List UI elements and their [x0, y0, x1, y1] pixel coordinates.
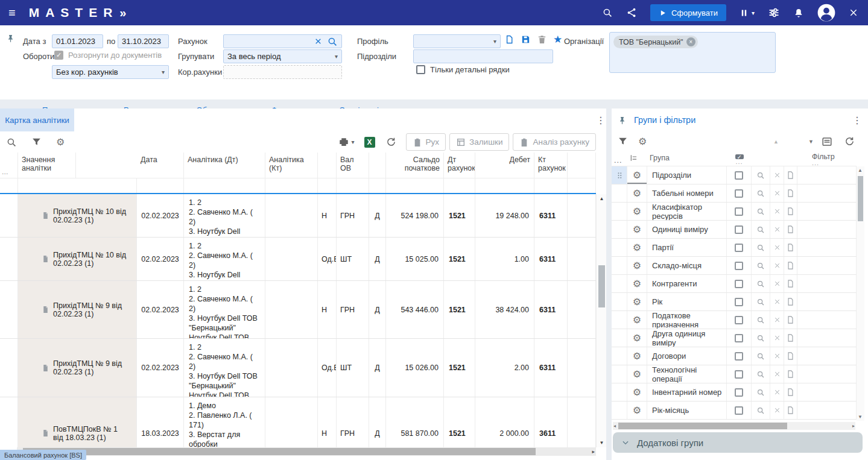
column-header-dots[interactable]: ... — [612, 155, 627, 166]
drag-handle[interactable] — [612, 329, 627, 347]
group-doc-icon[interactable] — [786, 297, 795, 306]
group-search-icon-cell[interactable] — [752, 184, 770, 202]
group-clear-icon[interactable] — [773, 370, 781, 378]
group-search-icon[interactable] — [756, 225, 765, 234]
date-from-input[interactable]: 01.01.2023 — [52, 34, 103, 48]
group-filter-cell[interactable] — [797, 221, 857, 238]
group-search-icon-cell[interactable] — [752, 311, 770, 329]
expand-docs-checkbox[interactable] — [54, 51, 63, 60]
table-search-icon[interactable] — [6, 137, 17, 148]
group-search-icon-cell[interactable] — [752, 166, 770, 184]
account-analysis-button[interactable]: Аналіз рахунку — [513, 133, 596, 151]
group-checkbox-cell[interactable] — [727, 239, 752, 256]
drag-handle[interactable] — [612, 221, 627, 238]
group-search-icon-cell[interactable] — [752, 275, 770, 292]
group-search-icon[interactable] — [756, 370, 765, 379]
group-filter-cell[interactable] — [797, 184, 857, 202]
expand-docs-checkbox-row[interactable]: Розгорнути до документів — [54, 51, 162, 60]
group-checkbox[interactable] — [735, 388, 743, 397]
filter-cell[interactable] — [0, 178, 18, 193]
group-clear-icon-cell[interactable] — [770, 311, 784, 329]
group-row[interactable]: ⚙Технологічні операції — [612, 365, 857, 383]
group-clear-icon[interactable] — [773, 171, 781, 179]
gear-icon[interactable]: ⚙ — [633, 388, 641, 397]
table-row[interactable]: ПрихідТМЦ № 10 від 02.02.23 (1)02.02.202… — [0, 194, 596, 238]
group-search-icon-cell[interactable] — [752, 402, 770, 419]
group-row[interactable]: ⚙Контрагенти — [612, 275, 857, 293]
group-checkbox-cell[interactable] — [727, 347, 752, 365]
group-clear-icon[interactable] — [773, 334, 781, 342]
filter-cell[interactable] — [444, 178, 475, 193]
group-checkbox-cell[interactable] — [727, 275, 752, 292]
drag-handle[interactable] — [612, 383, 627, 401]
group-checkbox-cell[interactable] — [727, 166, 752, 184]
group-checkbox[interactable] — [735, 334, 743, 342]
column-header-date[interactable]: Дата — [137, 153, 184, 178]
group-settings-cell[interactable]: ⚙ — [627, 365, 647, 383]
group-doc-icon-cell[interactable] — [784, 257, 797, 274]
group-doc-icon[interactable] — [786, 207, 795, 216]
gear-icon[interactable]: ⚙ — [633, 279, 641, 289]
group-clear-icon[interactable] — [773, 388, 781, 396]
group-doc-icon[interactable] — [786, 388, 795, 397]
groups-settings-icon[interactable]: ⚙ — [638, 137, 647, 147]
drag-handle[interactable] — [612, 166, 627, 184]
group-filter-cell[interactable] — [797, 365, 857, 383]
group-search-icon-cell[interactable] — [752, 347, 770, 365]
group-doc-icon-cell[interactable] — [784, 347, 797, 365]
group-doc-icon-cell[interactable] — [784, 402, 797, 419]
group-settings-cell[interactable]: ⚙ — [627, 383, 647, 401]
scrollbar-thumb[interactable] — [618, 423, 787, 429]
filter-cell[interactable] — [386, 178, 444, 193]
group-clear-icon-cell[interactable] — [770, 383, 784, 401]
pin-icon[interactable] — [6, 34, 15, 43]
drag-handle[interactable] — [612, 311, 627, 329]
corr-accounts-input[interactable] — [223, 65, 342, 79]
column-header-checkbox[interactable]: ... — [727, 153, 752, 166]
group-doc-icon[interactable] — [786, 315, 795, 324]
group-doc-icon-cell[interactable] — [784, 311, 797, 329]
group-search-icon[interactable] — [756, 207, 765, 216]
group-clear-icon-cell[interactable] — [770, 203, 784, 220]
group-checkbox-cell[interactable] — [727, 293, 752, 310]
group-clear-icon-cell[interactable] — [770, 293, 784, 310]
print-caret-icon[interactable]: ▾ — [352, 139, 355, 145]
scrollbar-thumb[interactable] — [858, 176, 863, 221]
table-filter-icon[interactable] — [31, 137, 42, 147]
group-settings-cell[interactable]: ⚙ — [627, 257, 647, 274]
scroll-right-icon[interactable]: ▸ — [592, 447, 595, 456]
group-checkbox[interactable] — [735, 352, 743, 361]
group-checkbox[interactable] — [735, 298, 743, 306]
group-row[interactable]: ⚙Інвентарний номер — [612, 383, 857, 402]
group-clear-icon-cell[interactable] — [770, 365, 784, 383]
group-doc-icon[interactable] — [786, 243, 795, 252]
group-search-icon-cell[interactable] — [752, 383, 770, 401]
profile-select[interactable]: ▾ — [413, 34, 501, 48]
save-profile-icon[interactable] — [521, 34, 531, 45]
additional-groups-section[interactable]: Додаткові групи — [613, 432, 863, 453]
group-search-icon-cell[interactable] — [752, 239, 770, 256]
group-search-icon[interactable] — [756, 262, 765, 270]
table-settings-icon[interactable]: ⚙ — [56, 137, 65, 147]
group-clear-icon[interactable] — [773, 352, 781, 360]
group-search-icon[interactable] — [756, 280, 765, 288]
refresh-icon[interactable] — [386, 137, 396, 147]
scroll-down-icon[interactable]: ▼ — [858, 414, 863, 420]
group-search-icon[interactable] — [756, 316, 765, 324]
group-search-icon[interactable] — [756, 406, 765, 415]
date-to-input[interactable]: 31.10.2023 — [118, 34, 169, 48]
group-checkbox-cell[interactable] — [727, 257, 752, 274]
group-clear-icon[interactable] — [773, 207, 781, 215]
new-profile-icon[interactable] — [504, 34, 515, 45]
group-row[interactable]: ⚙Партії — [612, 239, 857, 257]
move-down-icon[interactable]: ▼ — [808, 139, 814, 145]
group-row[interactable]: ⚙Одиниці виміру — [612, 221, 857, 239]
group-filter-cell[interactable] — [797, 347, 857, 365]
group-doc-icon[interactable] — [786, 406, 795, 415]
move-up-icon[interactable]: ▲ — [773, 139, 779, 145]
pin-icon[interactable] — [618, 116, 627, 125]
group-doc-icon-cell[interactable] — [784, 275, 797, 292]
account-search-icon[interactable] — [327, 36, 338, 47]
column-header-currency[interactable]: Вал ОВ — [337, 153, 369, 178]
group-settings-cell[interactable]: ⚙ — [627, 221, 647, 238]
